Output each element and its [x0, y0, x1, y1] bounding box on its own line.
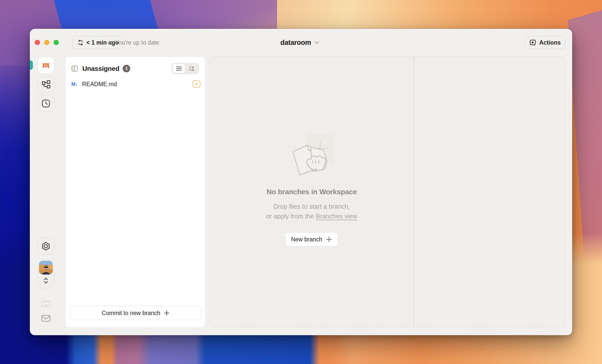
sidebar-item-workspace[interactable]: [37, 57, 54, 74]
sidebar-item-history[interactable]: [37, 95, 54, 112]
butler-table-icon: [41, 60, 51, 70]
file-row[interactable]: M↓ README.md: [66, 78, 205, 90]
plus-icon: [164, 310, 170, 316]
unassigned-panel: Unassigned 1: [65, 57, 205, 328]
settings-nut-icon: [41, 242, 50, 251]
settings-button[interactable]: [37, 238, 54, 255]
app-window: < 1 min ago You're up to date dataroom: [30, 29, 572, 335]
window-controls: [35, 40, 59, 45]
chevron-down-icon: [313, 39, 320, 46]
markdown-icon: M↓: [70, 81, 78, 87]
actions-button[interactable]: Actions: [525, 36, 565, 49]
history-clock-icon: [41, 99, 50, 108]
list-icon: [176, 66, 182, 71]
mail-icon: [41, 314, 51, 322]
close-button[interactable]: [35, 40, 40, 45]
panel-title: Unassigned: [82, 65, 119, 73]
view-mode-toggle: [172, 63, 199, 74]
minimize-button[interactable]: [44, 40, 49, 45]
commit-button-label: Commit to new branch: [102, 310, 160, 317]
workspace-canvas: No branches in Workspace Drop files to s…: [210, 57, 566, 327]
commit-to-new-branch-button[interactable]: Commit to new branch: [70, 306, 201, 320]
empty-state: No branches in Workspace Drop files to s…: [210, 57, 414, 327]
sync-icon: [77, 39, 84, 46]
unassigned-header: Unassigned 1: [66, 57, 205, 74]
feedback-button[interactable]: [37, 314, 54, 322]
file-name: README.md: [82, 81, 117, 88]
desktop: < 1 min ago You're up to date dataroom: [0, 0, 602, 364]
empty-state-subtitle: Drop files to start a branch, or apply f…: [266, 202, 357, 221]
keyboard-icon: [41, 300, 51, 308]
tree-icon: [189, 66, 195, 71]
keyboard-shortcuts-button[interactable]: [37, 300, 54, 308]
sparkle-icon: [529, 39, 537, 46]
new-branch-button[interactable]: New branch: [285, 232, 338, 246]
branches-icon: [41, 80, 50, 89]
empty-state-title: No branches in Workspace: [267, 188, 357, 196]
modified-status-icon: [193, 80, 200, 88]
list-view-button[interactable]: [172, 64, 185, 73]
chevron-up-down-icon: [42, 276, 50, 285]
plus-icon: [326, 236, 332, 243]
sync-status: You're up to date: [107, 36, 159, 49]
sync-status-label: You're up to date: [115, 39, 159, 46]
zoom-button[interactable]: [54, 40, 59, 45]
check-icon: [107, 40, 113, 46]
lane-divider: [414, 57, 414, 327]
sidebar-item-branches[interactable]: [37, 76, 54, 93]
project-switcher[interactable]: dataroom: [280, 36, 320, 49]
project-name: dataroom: [280, 39, 311, 47]
tree-view-button[interactable]: [185, 64, 198, 73]
actions-label: Actions: [539, 39, 561, 46]
new-branch-label: New branch: [291, 236, 322, 243]
drop-files-illustration: [286, 131, 337, 178]
count-badge: 1: [123, 65, 130, 72]
notification-indicator: [30, 60, 33, 70]
unassigned-icon: [71, 64, 79, 73]
avatar: [39, 261, 53, 275]
branches-view-link[interactable]: Branches view: [316, 213, 357, 220]
profile-menu[interactable]: [37, 259, 54, 289]
